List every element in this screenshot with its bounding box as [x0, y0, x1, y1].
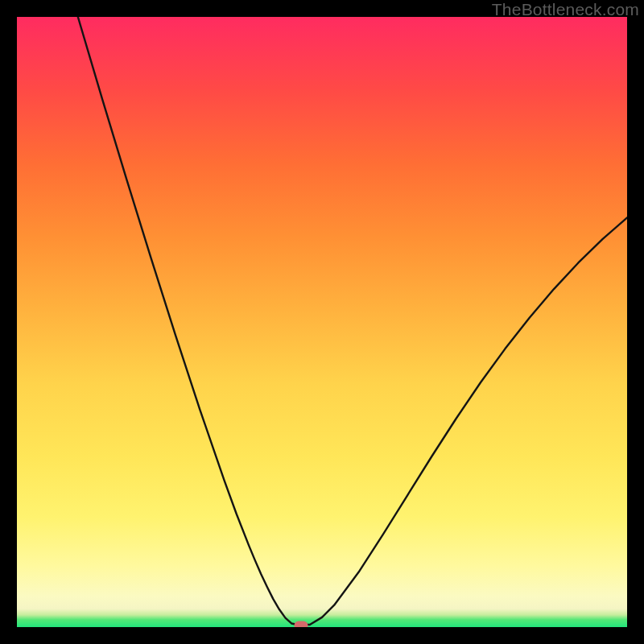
optimal-point-marker [295, 621, 308, 627]
chart-container [17, 17, 627, 627]
plot-area [17, 17, 627, 627]
bottleneck-curve [17, 17, 627, 627]
